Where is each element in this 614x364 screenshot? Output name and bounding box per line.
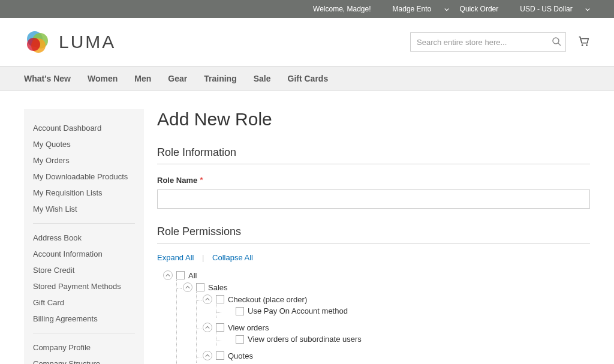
tree-toggle[interactable]	[163, 270, 173, 280]
sidebar-item[interactable]: My Requisition Lists	[33, 185, 135, 201]
sidebar-item[interactable]: My Quotes	[33, 136, 135, 152]
sidebar-separator	[33, 223, 135, 224]
page-header: LUMA	[0, 18, 614, 66]
main-nav: What's NewWomenMenGearTrainingSaleGift C…	[0, 66, 614, 91]
search-input[interactable]	[410, 32, 566, 52]
nav-item[interactable]: Gift Cards	[288, 67, 339, 91]
checkbox-view-orders[interactable]	[216, 323, 224, 332]
account-sidebar: Account DashboardMy QuotesMy OrdersMy Do…	[24, 109, 144, 364]
tree-label-view-orders: View orders	[228, 323, 269, 332]
nav-item[interactable]: Training	[204, 67, 247, 91]
top-bar: Welcome, Madge! Madge Ento Quick Order U…	[0, 0, 614, 18]
sidebar-item[interactable]: Gift Card	[33, 294, 135, 311]
main-content: Add New Role Role Information Role Name*…	[157, 109, 590, 364]
sidebar-item[interactable]: Billing Agreements	[33, 311, 135, 327]
sidebar-item[interactable]: Company Profile	[33, 339, 135, 356]
nav-item[interactable]: What's New	[24, 67, 82, 91]
sidebar-item[interactable]: Account Dashboard	[33, 120, 135, 136]
permissions-tree: All Sales	[157, 268, 590, 364]
svg-point-6	[582, 44, 583, 46]
svg-point-3	[27, 38, 40, 51]
chevron-down-icon	[585, 5, 590, 13]
required-asterisk: *	[200, 175, 203, 185]
page-title: Add New Role	[157, 109, 590, 130]
tree-toggle[interactable]	[183, 282, 192, 292]
sidebar-item[interactable]: My Orders	[33, 152, 135, 169]
cart-icon[interactable]	[577, 35, 590, 50]
svg-line-5	[558, 43, 561, 46]
section-role-info: Role Information	[157, 146, 590, 164]
sidebar-item[interactable]: Address Book	[33, 230, 135, 246]
checkbox-view-subordinate[interactable]	[236, 335, 244, 344]
sidebar-item[interactable]: My Downloadable Products	[33, 169, 135, 185]
tree-label-checkout: Checkout (place order)	[228, 295, 307, 304]
sidebar-item[interactable]: My Wish List	[33, 201, 135, 217]
collapse-all-link[interactable]: Collapse All	[212, 253, 253, 262]
sidebar-item[interactable]: Stored Payment Methods	[33, 278, 135, 294]
expand-all-link[interactable]: Expand All	[157, 253, 194, 262]
role-name-label: Role Name*	[157, 175, 203, 185]
tree-toggle[interactable]	[203, 323, 212, 332]
tree-label-all: All	[188, 271, 197, 280]
sidebar-item[interactable]: Store Credit	[33, 262, 135, 278]
tree-toggle[interactable]	[203, 294, 212, 304]
svg-point-7	[586, 44, 588, 46]
nav-item[interactable]: Sale	[254, 67, 282, 91]
currency-menu[interactable]: USD - US Dollar	[509, 5, 590, 13]
search-box	[410, 32, 566, 52]
sidebar-item[interactable]: Account Information	[33, 246, 135, 262]
checkbox-all[interactable]	[176, 271, 185, 279]
tree-label-pay-on-account: Use Pay On Account method	[248, 306, 348, 315]
nav-item[interactable]: Men	[134, 67, 162, 91]
luma-logo-icon	[24, 29, 50, 55]
chevron-down-icon	[444, 5, 449, 13]
search-icon[interactable]	[552, 37, 561, 48]
tree-label-view-subordinate: View orders of subordinate users	[248, 335, 362, 344]
sidebar-item[interactable]: Company Structure	[33, 356, 135, 364]
checkbox-checkout[interactable]	[216, 295, 224, 303]
nav-item[interactable]: Gear	[168, 67, 198, 91]
nav-item[interactable]: Women	[88, 67, 128, 91]
role-name-input[interactable]	[157, 189, 590, 209]
sidebar-separator	[33, 333, 135, 333]
checkbox-sales[interactable]	[196, 283, 204, 291]
quick-order-link[interactable]: Quick Order	[460, 5, 499, 13]
divider: |	[202, 253, 204, 262]
welcome-message: Welcome, Madge!	[313, 5, 371, 13]
checkbox-pay-on-account[interactable]	[236, 307, 244, 315]
tree-toggle[interactable]	[203, 351, 212, 360]
tree-label-quotes: Quotes	[228, 351, 253, 360]
logo-text: LUMA	[59, 32, 116, 52]
sidebar-list: Account DashboardMy QuotesMy OrdersMy Do…	[33, 120, 135, 364]
nav-list: What's NewWomenMenGearTrainingSaleGift C…	[24, 67, 590, 91]
tree-label-sales: Sales	[208, 283, 228, 292]
logo[interactable]: LUMA	[24, 29, 116, 55]
section-role-permissions: Role Permissions	[157, 225, 590, 243]
account-menu[interactable]: Madge Ento	[382, 5, 449, 13]
svg-point-4	[553, 38, 559, 44]
checkbox-quotes[interactable]	[216, 351, 224, 360]
